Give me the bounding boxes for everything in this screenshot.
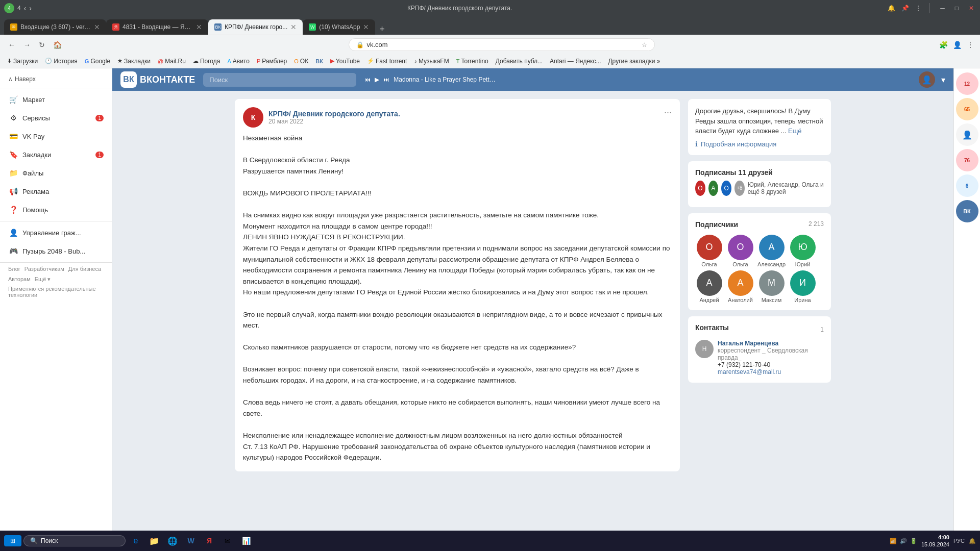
extensions-icon[interactable]: 🧩 — [939, 41, 948, 49]
player-play-button[interactable]: ▶ — [375, 76, 379, 83]
sidebar-item-files[interactable]: 📁 Файлы — [0, 164, 112, 182]
subscriber-avatar-4[interactable]: Ю — [790, 235, 816, 260]
taskbar-clock[interactable]: 4:00 15.09.2024 — [921, 534, 949, 548]
notif-item-vk[interactable]: ВК — [956, 200, 978, 222]
bookmark-mailru[interactable]: @ Mail.Ru — [155, 57, 189, 66]
bookmark-avito[interactable]: А Авито — [224, 57, 252, 66]
bookmark-fasttorrent[interactable]: ⚡ Fast torrent — [364, 57, 410, 66]
back-button[interactable]: ← — [6, 40, 17, 50]
taskbar-ie-icon[interactable]: e — [128, 533, 144, 549]
start-button[interactable]: ⊞ — [4, 535, 21, 546]
taskbar-search[interactable]: 🔍 Поиск — [23, 535, 126, 546]
sidebar-item-services[interactable]: ⚙ Сервисы 1 — [0, 109, 112, 127]
tab-1-close[interactable]: ✕ — [94, 23, 100, 31]
tab-2-close[interactable]: ✕ — [196, 23, 202, 31]
contact-avatar[interactable]: Н — [695, 340, 714, 358]
info-detail-link[interactable]: ℹ Подробная информация — [695, 140, 824, 148]
bookmark-muzyka[interactable]: ♪ МузыкаFM — [411, 57, 452, 66]
notif-item-4[interactable]: 76 — [956, 149, 978, 171]
sidebar-item-game[interactable]: 🎮 Пузырь 2048 - Bub... — [0, 242, 112, 260]
friend-avatar-3[interactable]: О — [721, 181, 731, 196]
profile-icon[interactable]: 👤 — [953, 41, 962, 49]
tab-3-close[interactable]: ✕ — [290, 23, 297, 31]
close-button[interactable]: ✕ — [967, 5, 976, 12]
tab-2[interactable]: Я 4831 - Входящие — Янде... ✕ — [106, 19, 208, 35]
footer-link-biz[interactable]: Для бизнеса — [68, 266, 101, 272]
info-more-link[interactable]: Ещё — [788, 127, 802, 135]
bookmark-zakl[interactable]: ★ Закладки — [114, 57, 154, 66]
taskbar-app-icon[interactable]: 📊 — [238, 533, 254, 549]
taskbar-mail-icon[interactable]: ✉ — [219, 533, 236, 549]
subscriber-avatar-8[interactable]: И — [790, 270, 816, 296]
maximize-button[interactable]: □ — [953, 5, 961, 12]
bookmark-youtube[interactable]: ▶ YouTube — [327, 57, 363, 66]
notifications-taskbar-icon[interactable]: 🔔 — [969, 538, 976, 544]
subscriber-avatar-5[interactable]: А — [697, 270, 722, 296]
tab-3[interactable]: ВК КРПФ/ Дневник горо... ✕ — [208, 19, 303, 35]
sidebar-item-ads[interactable]: 📢 Реклама — [0, 182, 112, 201]
footer-link-authors[interactable]: Авторам — [8, 276, 31, 283]
notif-item-2[interactable]: 65 — [956, 98, 978, 120]
new-tab-button[interactable]: + — [375, 24, 389, 35]
bookmark-antari[interactable]: Antari — Яндекс... — [547, 57, 604, 66]
sidebar-item-market[interactable]: 🛒 Маркет — [0, 90, 112, 109]
minimize-button[interactable]: ─ — [938, 5, 947, 12]
bookmark-downloads[interactable]: ⬇ Загрузки — [4, 57, 41, 66]
tab-1[interactable]: ✉ Входящие (3 607) - ver.ol... ✕ — [4, 19, 106, 35]
contact-name[interactable]: Наталья Маренцева — [718, 340, 824, 347]
sidebar-item-vkpay[interactable]: 💳 VK Pay — [0, 127, 112, 145]
footer-link-more[interactable]: Ещё ▾ — [35, 276, 51, 283]
reload-button[interactable]: ↻ — [37, 40, 47, 50]
taskbar-edge-icon[interactable]: 🌐 — [164, 533, 181, 549]
menu-icon[interactable]: ⋮ — [915, 5, 921, 12]
bookmark-ok[interactable]: О ОК — [291, 57, 311, 66]
bookmark-others[interactable]: Другие закладки » — [605, 57, 663, 66]
sidebar-item-help[interactable]: ❓ Помощь — [0, 201, 112, 219]
bookmark-google[interactable]: G Google — [82, 57, 113, 66]
contact-email[interactable]: marentseva74@mail.ru — [718, 368, 824, 375]
bookmark-vk[interactable]: ВК — [312, 57, 326, 65]
subscriber-avatar-3[interactable]: А — [759, 235, 785, 260]
post-author-name[interactable]: КРПФ/ Дневник городского депутата. — [268, 110, 400, 118]
bookmark-torrentino[interactable]: T Torrentino — [453, 57, 492, 66]
network-icon[interactable]: 📶 — [890, 538, 897, 544]
tab-4[interactable]: W (10) WhatsApp ✕ — [303, 19, 375, 35]
address-input[interactable]: 🔒 vk.com ☆ — [349, 38, 655, 51]
footer-link-dev[interactable]: Разработчикам — [24, 266, 64, 272]
bookmark-pogoda[interactable]: ☁ Погода — [190, 57, 224, 66]
sidebar-item-bookmarks[interactable]: 🔖 Закладки 1 — [0, 145, 112, 164]
footer-link-blog[interactable]: Блог — [8, 266, 20, 272]
notif-item-5[interactable]: 6 — [956, 174, 978, 197]
nav-prev-session[interactable]: ‹ — [24, 4, 27, 12]
subscriber-avatar-6[interactable]: А — [728, 270, 753, 296]
subscriber-avatar-7[interactable]: М — [759, 270, 785, 296]
post-menu-button[interactable]: ··· — [664, 107, 672, 118]
player-prev-button[interactable]: ⏮ — [364, 76, 371, 83]
sidebar-back-top[interactable]: ∧ Наверх — [0, 72, 112, 86]
notif-item-1[interactable]: 12 — [956, 72, 978, 95]
bookmark-rambler[interactable]: Р Рамблер — [254, 57, 290, 66]
friend-avatar-more[interactable]: +8 — [734, 181, 745, 196]
chevron-down-icon[interactable]: ▾ — [941, 75, 945, 85]
vk-logo[interactable]: ВК ВКОНТАКТЕ — [120, 71, 195, 88]
subscriber-avatar-1[interactable]: О — [697, 235, 722, 260]
friend-avatar-1[interactable]: О — [695, 181, 705, 196]
forward-button[interactable]: → — [21, 40, 33, 50]
taskbar-language[interactable]: РУС — [953, 538, 965, 544]
notif-item-3[interactable]: 👤 — [956, 123, 978, 146]
notifications-icon[interactable]: 🔔 — [888, 5, 895, 12]
home-button[interactable]: 🏠 — [51, 40, 64, 50]
bookmark-add[interactable]: Добавить публ... — [493, 57, 546, 66]
tab-4-close[interactable]: ✕ — [363, 23, 369, 31]
vk-search-input[interactable] — [203, 73, 356, 87]
sidebar-item-manage[interactable]: 👤 Управление граж... — [0, 223, 112, 242]
nav-next-session[interactable]: › — [29, 4, 32, 12]
bookmark-history[interactable]: 🕐 История — [42, 57, 81, 66]
bookmark-star-icon[interactable]: ☆ — [642, 41, 647, 48]
volume-icon[interactable]: 🔊 — [900, 538, 907, 544]
taskbar-word-icon[interactable]: W — [183, 533, 199, 549]
subscriber-avatar-2[interactable]: О — [728, 235, 753, 260]
settings-icon[interactable]: ⋮ — [967, 41, 974, 49]
taskbar-explorer-icon[interactable]: 📁 — [146, 533, 162, 549]
friend-avatar-2[interactable]: А — [708, 181, 719, 196]
